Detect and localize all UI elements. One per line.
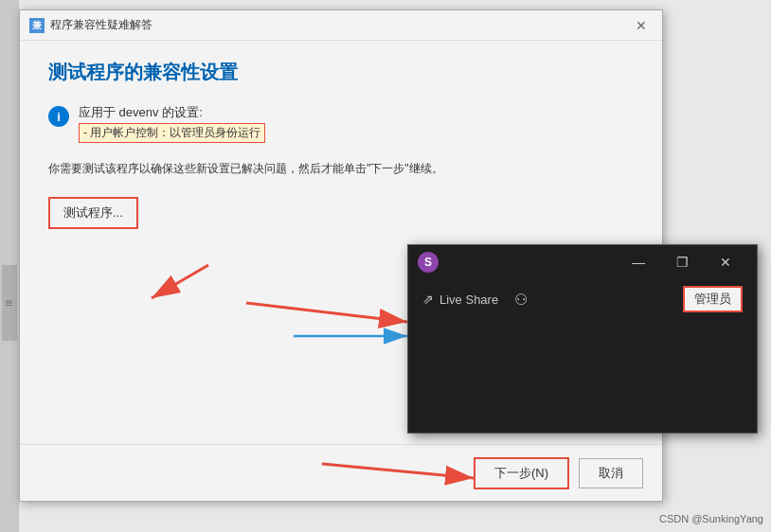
sidebar-strip: ||| [0, 0, 19, 532]
vscode-restore-button[interactable]: ❐ [660, 245, 704, 278]
info-highlight: - 用户帐户控制：以管理员身份运行 [79, 123, 265, 143]
vscode-titlebar: S — ❐ ✕ [408, 245, 757, 278]
live-share-icon: ⇗ [422, 292, 434, 307]
vscode-popup: S — ❐ ✕ ⇗ Live Share ⚇ 管理员 [407, 244, 758, 434]
info-box: i 应用于 devenv 的设置: - 用户帐户控制：以管理员身份运行 [48, 104, 634, 145]
description-text: 你需要测试该程序以确保这些新设置已解决问题，然后才能单击"下一步"继续。 [48, 160, 634, 178]
live-share-area[interactable]: ⇗ Live Share [422, 292, 498, 307]
test-button-area: 测试程序... [48, 197, 634, 229]
sidebar-icon: ||| [2, 265, 17, 341]
dialog-content: 测试程序的兼容性设置 i 应用于 devenv 的设置: - 用户帐户控制：以管… [20, 41, 662, 276]
info-content: 应用于 devenv 的设置: - 用户帐户控制：以管理员身份运行 [79, 104, 265, 145]
dialog-footer: 下一步(N) 取消 [20, 444, 662, 501]
info-icon: i [48, 106, 69, 127]
info-line1: 应用于 devenv 的设置: [79, 104, 265, 121]
cancel-button[interactable]: 取消 [579, 458, 643, 488]
vscode-close-button[interactable]: ✕ [704, 245, 747, 278]
people-icon: ⚇ [514, 291, 528, 309]
vscode-toolbar: ⇗ Live Share ⚇ 管理员 [408, 278, 757, 320]
test-program-button[interactable]: 测试程序... [48, 197, 138, 229]
dialog-titlebar: 兼 程序兼容性疑难解答 ✕ [20, 10, 662, 41]
info-line2: - 用户帐户控制：以管理员身份运行 [79, 123, 265, 143]
dialog-titlebar-text: 程序兼容性疑难解答 [50, 17, 630, 33]
dialog-title-icon: 兼 [29, 18, 45, 33]
admin-badge: 管理员 [683, 286, 743, 312]
watermark: CSDN @SunkingYang [659, 513, 763, 524]
vscode-avatar: S [418, 252, 439, 273]
dialog-close-button[interactable]: ✕ [630, 14, 653, 37]
next-button[interactable]: 下一步(N) [474, 457, 569, 489]
vscode-minimize-button[interactable]: — [617, 245, 660, 278]
dialog-heading: 测试程序的兼容性设置 [48, 60, 634, 85]
live-share-label: Live Share [439, 293, 498, 307]
